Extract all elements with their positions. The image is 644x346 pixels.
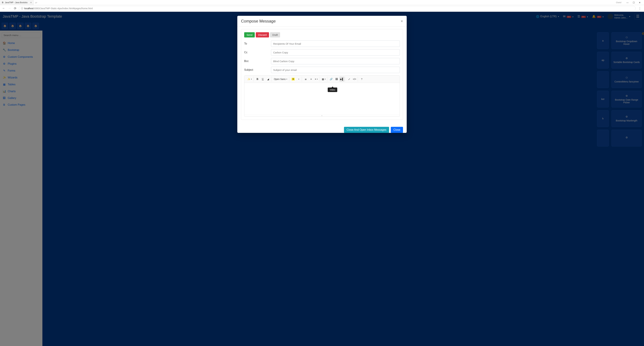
caret-down-icon: ▼: [286, 78, 288, 80]
align-icon: ≡: [315, 78, 316, 80]
draft-button[interactable]: Draft: [270, 32, 280, 38]
help-button[interactable]: ?: [359, 77, 364, 82]
new-tab-button[interactable]: ▱: [34, 1, 38, 4]
font-color-icon: A: [292, 78, 295, 80]
browser-tab-strip: 🗎 JavaTMP - Java Bootstra × ▱ Guest — ☐ …: [0, 0, 644, 5]
back-icon[interactable]: ←: [2, 7, 6, 10]
minimize-icon[interactable]: —: [626, 1, 628, 4]
close-tab-icon[interactable]: ×: [30, 1, 32, 4]
forward-icon: →: [8, 7, 12, 10]
ordered-list-button[interactable]: ≡: [308, 77, 314, 82]
expand-icon: ⤢: [348, 78, 350, 80]
codeview-button[interactable]: </>: [352, 77, 357, 82]
paragraph-button[interactable]: ≡▼: [314, 77, 319, 82]
magic-icon: ✨: [247, 78, 250, 80]
browser-nav-bar: ← → ⟳ ⓘ localhost :8383/JavaTMP-Static-A…: [0, 5, 644, 12]
underline-button[interactable]: U: [260, 77, 265, 82]
fullscreen-button[interactable]: ⤢: [347, 77, 352, 82]
label-to: To: [244, 42, 271, 45]
more-color-button[interactable]: ▼: [296, 77, 301, 82]
caret-down-icon: ▼: [298, 78, 299, 80]
rich-text-editor: ✨▼ B U ◢ Open Sans▼ A ▼: [244, 75, 400, 117]
tooltip-label: Video: [330, 89, 335, 91]
close-window-icon[interactable]: ✕: [639, 1, 641, 4]
eraser-button[interactable]: ◢: [266, 77, 271, 82]
window-controls: — ☐ ✕: [625, 1, 642, 4]
table-icon: ▦: [322, 78, 324, 80]
discard-button[interactable]: Discard: [256, 32, 269, 38]
reload-icon[interactable]: ⟳: [13, 7, 17, 10]
editor-resize-handle[interactable]: ≡: [244, 115, 400, 116]
help-icon: ?: [361, 78, 362, 80]
editor-content-area[interactable]: [244, 83, 400, 115]
editor-toolbar: ✨▼ B U ◢ Open Sans▼ A ▼: [244, 76, 400, 83]
video-tooltip: Video: [328, 88, 337, 92]
caret-down-icon: ▼: [317, 78, 318, 80]
tab-title: JavaTMP - Java Bootstra: [5, 1, 28, 4]
site-info-icon[interactable]: ⓘ: [21, 7, 23, 10]
video-button[interactable]: ▶▌: [340, 77, 344, 82]
label-cc: Cc: [244, 51, 271, 54]
browser-menu-icon[interactable]: ⋮: [637, 7, 642, 10]
bcc-input[interactable]: [271, 58, 400, 64]
subject-input[interactable]: [271, 67, 400, 73]
table-button[interactable]: ▦▼: [321, 77, 326, 82]
link-button[interactable]: 🔗: [329, 77, 334, 82]
list-ol-icon: ≡: [310, 78, 312, 80]
label-subject: Subject: [244, 68, 271, 71]
bold-button[interactable]: B: [255, 77, 260, 82]
modal-close-icon[interactable]: ×: [401, 19, 403, 24]
label-bcc: Bcc: [244, 60, 271, 63]
picture-button[interactable]: 🖼: [334, 77, 339, 82]
font-family-button[interactable]: Open Sans▼: [273, 77, 288, 82]
send-button[interactable]: Send: [244, 32, 255, 38]
compose-message-modal: Compose Message × Send Discard Draft To …: [237, 16, 407, 133]
close-button[interactable]: Close: [391, 127, 403, 133]
page-icon: 🗎: [2, 1, 4, 4]
font-color-button[interactable]: A: [291, 77, 296, 82]
unordered-list-button[interactable]: ≣: [303, 77, 308, 82]
code-icon: </>: [353, 78, 356, 80]
close-and-open-inbox-button[interactable]: Close And Open Inbox Messages: [344, 127, 389, 133]
to-input[interactable]: [271, 41, 400, 47]
maximize-icon[interactable]: ☐: [633, 1, 635, 4]
guest-label: Guest: [616, 1, 621, 4]
url-path: :8383/JavaTMP-Static-Ajax/index.html#pag…: [34, 7, 93, 10]
style-button[interactable]: ✨▼: [247, 77, 253, 82]
url-host: localhost: [24, 7, 34, 10]
address-bar[interactable]: ⓘ localhost :8383/JavaTMP-Static-Ajax/in…: [19, 6, 636, 11]
caret-down-icon: ▼: [251, 78, 252, 80]
browser-tab[interactable]: 🗎 JavaTMP - Java Bootstra ×: [0, 0, 34, 5]
list-ul-icon: ≣: [305, 78, 307, 80]
caret-down-icon: ▼: [324, 78, 326, 80]
cc-input[interactable]: [271, 49, 400, 56]
video-icon: ▶▌: [340, 78, 344, 80]
eraser-icon: ◢: [267, 78, 269, 80]
image-icon: 🖼: [336, 78, 338, 80]
modal-title: Compose Message: [241, 19, 276, 24]
link-icon: 🔗: [330, 78, 332, 80]
font-label: Open Sans: [274, 78, 286, 80]
